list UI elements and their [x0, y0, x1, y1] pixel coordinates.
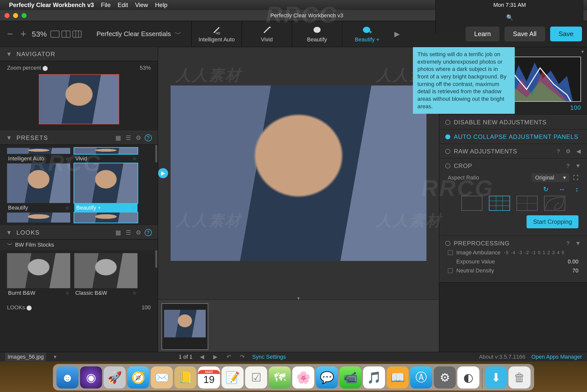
- menu-file[interactable]: File: [101, 2, 111, 9]
- presets-header[interactable]: ▼ PRESETS ▦ ☰ ⚙ ?: [0, 131, 158, 145]
- dock-photos-icon[interactable]: 🌸: [292, 366, 314, 388]
- dock-safari-icon[interactable]: 🧭: [127, 366, 149, 388]
- sync-settings-button[interactable]: Sync Settings: [252, 354, 286, 360]
- dock-app-icon[interactable]: ◐: [457, 366, 479, 388]
- prev-image-button[interactable]: ◀: [198, 354, 206, 360]
- crop-grid-half[interactable]: [517, 196, 538, 211]
- dock-launchpad-icon[interactable]: 🚀: [104, 366, 126, 388]
- dock-finder-icon[interactable]: ☻: [56, 366, 79, 388]
- zoom-window-button[interactable]: [22, 13, 27, 18]
- dock-downloads-icon[interactable]: ⬇: [485, 366, 507, 388]
- list-view-icon[interactable]: ☰: [126, 229, 132, 236]
- filmstrip-thumbnail[interactable]: [162, 303, 208, 350]
- view-triple-icon[interactable]: [72, 31, 82, 38]
- favorite-icon[interactable]: ☆: [132, 156, 136, 161]
- gear-icon[interactable]: ⚙: [136, 134, 142, 141]
- learn-button[interactable]: Learn: [466, 27, 499, 41]
- scrollbar-thumb[interactable]: [155, 145, 157, 162]
- favorite-icon[interactable]: ☆: [65, 156, 69, 161]
- radio-on-icon[interactable]: [445, 134, 450, 139]
- preset-dropdown[interactable]: Perfectly Clear Essentials ﹀: [87, 21, 191, 47]
- tabs-scroll-right[interactable]: ▶: [392, 21, 402, 47]
- play-preview-icon[interactable]: ▶: [158, 168, 168, 178]
- menu-view[interactable]: View: [135, 2, 148, 9]
- collapse-left-icon[interactable]: ◀: [576, 148, 581, 155]
- dock-reminders-icon[interactable]: ☑︎: [245, 366, 267, 388]
- view-split-icon[interactable]: [61, 31, 70, 38]
- favorite-icon[interactable]: ☆: [131, 205, 135, 211]
- help-icon[interactable]: ?: [566, 163, 570, 169]
- view-single-icon[interactable]: [50, 31, 59, 38]
- minimize-window-button[interactable]: [13, 13, 18, 18]
- look-card[interactable]: Classic B&W☆: [74, 253, 137, 298]
- dock-facetime-icon[interactable]: 📹: [339, 366, 361, 388]
- redo-button[interactable]: ↷: [239, 354, 246, 360]
- save-button[interactable]: Save: [550, 27, 582, 41]
- dock-notes-icon[interactable]: 📝: [222, 366, 244, 388]
- radio-off-icon[interactable]: [445, 163, 450, 168]
- help-icon[interactable]: ?: [557, 148, 560, 155]
- chevron-down-icon[interactable]: ▼: [575, 163, 581, 169]
- navigator-thumbnail[interactable]: [39, 74, 119, 124]
- radio-off-icon[interactable]: [445, 149, 450, 154]
- tab-beautify[interactable]: Beautify: [292, 21, 342, 47]
- favorite-icon[interactable]: ☆: [65, 290, 69, 296]
- gear-icon[interactable]: ⚙: [566, 148, 571, 155]
- help-icon[interactable]: ?: [145, 229, 152, 236]
- crop-grid-none[interactable]: [461, 196, 482, 211]
- menu-help[interactable]: Help: [155, 2, 167, 9]
- favorite-icon[interactable]: ☆: [65, 205, 69, 211]
- scrollbar-thumb[interactable]: [155, 250, 157, 268]
- preset-card[interactable]: Intelligent Auto☆ Beautify☆: [7, 148, 70, 223]
- panel-collapse-icon[interactable]: ▼: [580, 50, 584, 54]
- checkbox[interactable]: [448, 250, 453, 255]
- looks-header[interactable]: ▼ LOOKS ▦ ☰ ⚙ ?: [0, 226, 158, 240]
- navigator-header[interactable]: ▼ NAVIGATOR: [0, 47, 158, 61]
- preset-card-active[interactable]: Vivid☆ Beautify +☆: [74, 148, 137, 223]
- zoom-in-button[interactable]: +: [18, 28, 28, 40]
- favorite-icon[interactable]: ☆: [132, 290, 136, 296]
- dock-siri-icon[interactable]: ◉: [80, 366, 102, 388]
- menubar-clock[interactable]: Mon 7:31 AM: [493, 2, 526, 8]
- dock-appstore-icon[interactable]: Ⓐ: [410, 366, 432, 388]
- tab-intelligent-auto[interactable]: HD Intelligent Auto: [191, 21, 242, 47]
- dock-contacts-icon[interactable]: 📒: [174, 366, 196, 388]
- app-name[interactable]: Perfectly Clear Workbench v3: [9, 2, 94, 9]
- rotate-icon[interactable]: ↻: [543, 185, 549, 193]
- chevron-down-icon[interactable]: ▾: [52, 354, 58, 360]
- flip-vertical-icon[interactable]: ↕: [575, 185, 578, 193]
- flip-horizontal-icon[interactable]: ↔: [559, 185, 565, 193]
- look-card[interactable]: Burnt B&W☆: [7, 253, 70, 298]
- tab-beautify-plus[interactable]: + Beautify +: [342, 21, 392, 47]
- menu-edit[interactable]: Edit: [118, 2, 128, 9]
- radio-off-icon[interactable]: [445, 120, 450, 125]
- aspect-ratio-dropdown[interactable]: Original▾: [532, 173, 569, 182]
- next-image-button[interactable]: ▶: [212, 354, 219, 360]
- radio-off-icon[interactable]: [445, 241, 450, 246]
- checkbox[interactable]: [448, 268, 453, 273]
- crop-tool-icon[interactable]: ⛶: [573, 174, 578, 181]
- dock-mail-icon[interactable]: ✉️: [151, 366, 173, 388]
- open-apps-manager-button[interactable]: Open Apps Manager: [531, 354, 582, 360]
- list-view-icon[interactable]: ☰: [126, 134, 132, 141]
- close-window-button[interactable]: [5, 13, 10, 18]
- dock-trash-icon[interactable]: 🗑: [508, 366, 531, 388]
- zoom-out-button[interactable]: −: [5, 28, 15, 40]
- dock-messages-icon[interactable]: 💬: [316, 366, 338, 388]
- grid-view-icon[interactable]: ▦: [115, 229, 122, 236]
- undo-button[interactable]: ↶: [225, 354, 233, 360]
- looks-group-header[interactable]: ﹀ BW Film Stocks: [0, 240, 158, 250]
- gear-icon[interactable]: ⚙: [136, 229, 142, 236]
- dock-preferences-icon[interactable]: ⚙: [434, 366, 456, 388]
- start-cropping-button[interactable]: Start Cropping: [527, 215, 578, 228]
- crop-grid-golden[interactable]: [544, 196, 565, 211]
- dock-ibooks-icon[interactable]: 📖: [387, 366, 409, 388]
- dock-maps-icon[interactable]: 🗺: [269, 366, 291, 388]
- crop-grid-thirds[interactable]: [489, 196, 510, 211]
- grid-view-icon[interactable]: ▦: [115, 134, 122, 141]
- chevron-down-icon[interactable]: ▼: [575, 240, 581, 247]
- help-icon[interactable]: ?: [566, 240, 570, 247]
- tab-vivid[interactable]: Vivid: [242, 21, 292, 47]
- help-icon[interactable]: ?: [145, 134, 152, 141]
- dock-itunes-icon[interactable]: 🎵: [363, 366, 385, 388]
